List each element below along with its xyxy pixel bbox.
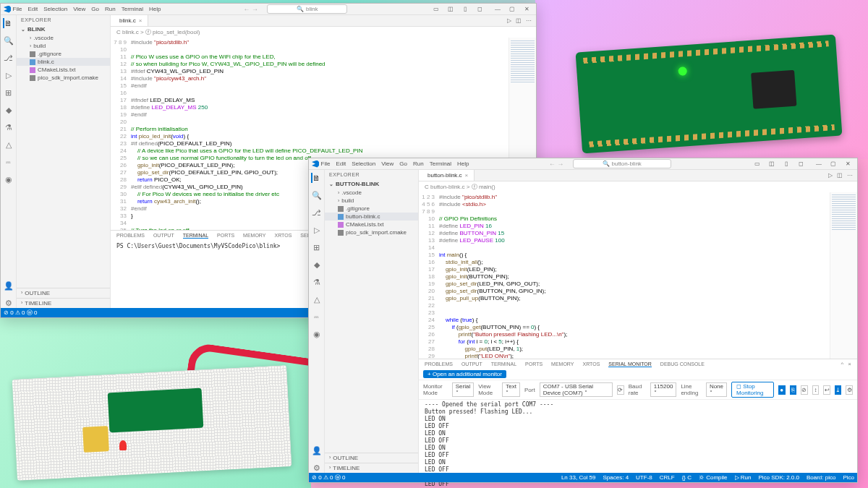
panel-tab-output[interactable]: OUTPUT — [461, 361, 482, 367]
tree-item[interactable]: CMakeLists.txt — [17, 66, 110, 74]
extensions-icon[interactable]: ⊞ — [312, 242, 322, 252]
status-item[interactable]: Spaces: 4 — [603, 474, 629, 481]
menu-view[interactable]: View — [381, 160, 393, 167]
explorer-icon[interactable]: 🗎 — [311, 173, 321, 183]
layout-icon[interactable]: ◫ — [444, 5, 457, 14]
monitor-mode-select[interactable]: Serial ˅ — [452, 382, 474, 397]
outline-section[interactable]: ›OUTLINE — [325, 453, 418, 463]
tree-item[interactable]: › build — [325, 197, 418, 205]
menu-view[interactable]: View — [73, 6, 85, 12]
explorer-icon[interactable]: 🗎 — [3, 18, 13, 28]
account-icon[interactable]: 👤 — [4, 281, 14, 291]
run-icon[interactable]: ▷ — [507, 17, 511, 24]
minimize-button[interactable]: — — [491, 5, 504, 14]
panel-tab-problems[interactable]: PROBLEMS — [116, 233, 145, 238]
titlebar[interactable]: FileEditSelectionViewGoRunTerminalHelp ←… — [309, 158, 857, 170]
terminal-mode-icon[interactable]: ⎘ — [790, 385, 797, 395]
maximize-panel-icon[interactable]: ^ — [841, 361, 844, 367]
layout-icon[interactable]: ▭ — [751, 160, 764, 168]
nav-arrows[interactable]: ← → — [243, 6, 258, 13]
timeline-section[interactable]: ›TIMELINE — [325, 463, 418, 473]
layout-icon[interactable]: ◫ — [765, 160, 778, 168]
menu-go[interactable]: Go — [399, 160, 407, 167]
run-icon[interactable]: ▷ — [828, 172, 833, 179]
serial-icon[interactable]: ⎓ — [312, 312, 322, 322]
command-center[interactable]: 🔍 button-blink — [573, 159, 671, 168]
project-root[interactable]: ⌄BLINK — [17, 25, 110, 34]
tab-button-blink-c[interactable]: button-blink.c× — [419, 170, 475, 181]
pico-icon[interactable]: ◆ — [4, 105, 14, 115]
close-button[interactable]: ✕ — [841, 160, 854, 168]
pico-icon[interactable]: ◆ — [312, 260, 322, 270]
refresh-icon[interactable]: ⟳ — [617, 385, 624, 395]
breadcrumb[interactable]: C blink.c > ⓕ pico_set_led(bool) — [111, 27, 536, 38]
extensions-icon[interactable]: ⊞ — [4, 87, 14, 98]
clear-icon[interactable]: ⊘ — [801, 385, 808, 395]
baud-select[interactable]: 115200 ˅ — [650, 382, 677, 397]
split-icon[interactable]: ◫ — [516, 17, 522, 24]
tree-item[interactable]: blink.c — [17, 58, 110, 66]
layout-icon[interactable]: ◻ — [473, 5, 486, 14]
account-icon[interactable]: 👤 — [312, 445, 322, 455]
panel-tab-xrtos[interactable]: XRTOS — [274, 233, 292, 238]
record-icon[interactable]: ● — [778, 385, 786, 395]
status-errors[interactable]: ⊘ 0 ⚠ 0 ⓦ 0 — [4, 309, 37, 317]
scroll-icon[interactable]: ↕ — [812, 385, 820, 395]
panel-tab-ports[interactable]: PORTS — [217, 233, 234, 238]
tree-item[interactable]: › .vscode — [17, 34, 110, 42]
search-icon[interactable]: 🔍 — [312, 190, 322, 200]
menu-help[interactable]: Help — [457, 160, 469, 167]
menu-selection[interactable]: Selection — [352, 160, 375, 167]
view-mode-select[interactable]: Text ˅ — [502, 382, 520, 397]
panel-tab-serial-monitor[interactable]: SERIAL MONITOR — [608, 361, 652, 367]
status-errors[interactable]: ⊘ 0 ⚠ 0 ⓦ 0 — [312, 474, 345, 481]
close-icon[interactable]: × — [465, 172, 469, 179]
panel-tab-ports[interactable]: PORTS — [525, 361, 542, 367]
search-icon[interactable]: 🔍 — [4, 35, 14, 46]
breadcrumb[interactable]: C button-blink.c > ⓕ main() — [419, 181, 857, 192]
layout-icon[interactable]: ▯ — [459, 5, 472, 14]
test-icon[interactable]: ⚗ — [312, 277, 322, 287]
outline-section[interactable]: ›OUTLINE — [17, 288, 110, 298]
tree-item[interactable]: › build — [17, 42, 110, 50]
tree-item[interactable]: .gitignore — [325, 205, 418, 213]
cmake-icon[interactable]: △ — [312, 294, 322, 304]
menu-terminal[interactable]: Terminal — [430, 160, 451, 167]
command-center[interactable]: 🔍 blink — [267, 4, 347, 14]
settings-icon[interactable]: ⚙ — [846, 385, 853, 395]
test-icon[interactable]: ⚗ — [4, 122, 14, 132]
tab-blink-c[interactable]: blink.c× — [111, 15, 148, 26]
status-item[interactable]: ⛭ Compile — [699, 474, 728, 481]
tree-item[interactable]: CMakeLists.txt — [325, 221, 418, 228]
stop-monitoring-button[interactable]: ◻ Stop Monitoring — [731, 382, 774, 398]
close-panel-icon[interactable]: × — [848, 361, 851, 367]
tree-item[interactable]: pico_sdk_import.cmake — [17, 74, 110, 82]
more-icon[interactable]: ⋯ — [847, 172, 853, 179]
status-item[interactable]: UTF-8 — [636, 474, 652, 481]
menu-go[interactable]: Go — [91, 6, 99, 12]
panel-tab-problems[interactable]: PROBLEMS — [425, 361, 453, 367]
status-item[interactable]: Board: pico — [807, 474, 835, 481]
more-icon[interactable]: ⋯ — [526, 17, 532, 24]
panel-tab-debug-console[interactable]: DEBUG CONSOLE — [660, 361, 705, 367]
panel-tab-memory[interactable]: MEMORY — [551, 361, 574, 367]
titlebar[interactable]: FileEditSelectionViewGoRunTerminalHelp ←… — [1, 4, 536, 15]
other-icon[interactable]: ◉ — [4, 174, 14, 184]
menu-help[interactable]: Help — [149, 6, 161, 12]
status-item[interactable]: {} C — [682, 474, 692, 481]
port-select[interactable]: COM7 - USB Serial Device (COM7) ˅ — [540, 382, 613, 397]
panel-tab-xrtos[interactable]: XRTOS — [582, 361, 600, 367]
cmake-icon[interactable]: △ — [4, 140, 14, 150]
maximize-button[interactable]: ▢ — [827, 160, 840, 168]
minimize-button[interactable]: — — [812, 160, 825, 168]
menu-edit[interactable]: Edit — [336, 160, 346, 167]
menu-file[interactable]: File — [321, 160, 331, 167]
status-item[interactable]: Pico SDK: 2.0.0 — [758, 474, 799, 481]
debug-icon[interactable]: ▷ — [4, 70, 14, 80]
tree-item[interactable]: button-blink.c — [325, 213, 418, 221]
layout-icon[interactable]: ▭ — [430, 5, 443, 14]
panel-tab-terminal[interactable]: TERMINAL — [183, 233, 208, 239]
debug-icon[interactable]: ▷ — [312, 225, 322, 235]
panel-tab-memory[interactable]: MEMORY — [243, 233, 265, 238]
close-icon[interactable]: × — [139, 17, 142, 24]
